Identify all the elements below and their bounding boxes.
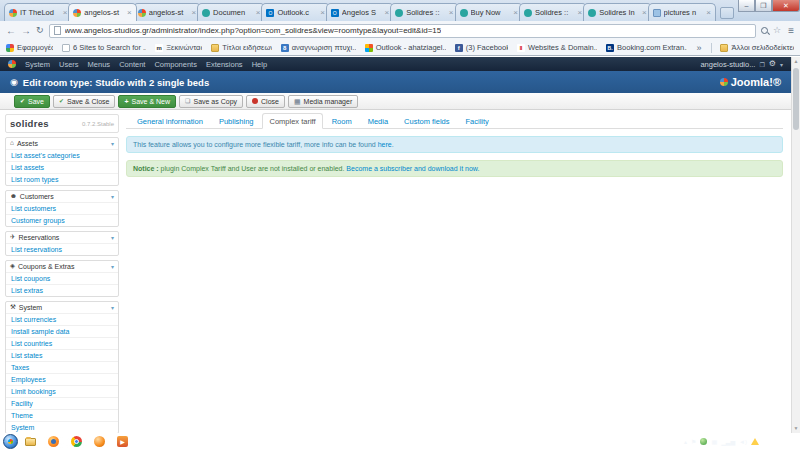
content-tab[interactable]: Room	[325, 113, 359, 129]
bookmark[interactable]: Booking.com Extran...	[606, 43, 687, 52]
bookmark[interactable]: αναγνωριση πτυχι...	[281, 43, 356, 52]
bookmark[interactable]: Εφαρμογές	[6, 43, 53, 52]
tab-close-icon[interactable]: ×	[706, 9, 711, 17]
admin-menu-item[interactable]: System	[25, 60, 50, 69]
browser-menu-icon[interactable]: ≡	[788, 26, 794, 36]
content-tab[interactable]: Custom fields	[397, 113, 456, 129]
browser-tab[interactable]: Outlook.c ×	[261, 3, 329, 21]
sidebar-link[interactable]: Theme	[6, 409, 118, 421]
content-tab[interactable]: Publishing	[212, 113, 261, 129]
admin-menu-item[interactable]: Content	[119, 60, 145, 69]
tab-close-icon[interactable]: ×	[256, 9, 261, 17]
sidebar-link[interactable]: List reservations	[6, 243, 118, 255]
language-indicator[interactable]: EN	[671, 438, 680, 445]
sidebar-link[interactable]: Facility	[6, 397, 118, 409]
content-tab[interactable]: Facility	[459, 113, 496, 129]
sidebar-link[interactable]: List countries	[6, 337, 118, 349]
admin-menu-item[interactable]: Extensions	[206, 60, 243, 69]
firefox-taskbar-button[interactable]	[43, 434, 64, 449]
browser-tab[interactable]: Documen ×	[197, 3, 265, 21]
sidebar-link[interactable]: Customer groups	[6, 214, 118, 226]
tab-close-icon[interactable]: ×	[63, 9, 68, 17]
browser-tab[interactable]: angelos-st ×	[68, 3, 136, 21]
sidebar-section-reservations[interactable]: Reservations ▾	[6, 232, 118, 243]
page-scrollbar[interactable]: ▲ ▼	[791, 57, 800, 433]
sidebar-section-assets[interactable]: Assets ▾	[6, 138, 118, 149]
content-tab[interactable]: Complex tariff	[262, 113, 322, 129]
start-button[interactable]	[3, 434, 18, 449]
reload-icon[interactable]: ↻	[36, 26, 44, 35]
calendar-icon[interactable]: ▦	[711, 439, 717, 445]
sidebar-link[interactable]: Employees	[6, 373, 118, 385]
network-icon[interactable]: ▁▃▅	[721, 439, 735, 445]
site-name-link[interactable]: angelos-studio...	[700, 60, 755, 69]
content-tab[interactable]: General information	[130, 113, 210, 129]
notice-alert-link[interactable]: Become a subscriber and download it now.	[346, 165, 479, 172]
zoom-icon[interactable]	[761, 27, 768, 34]
explorer-taskbar-button[interactable]	[20, 434, 41, 449]
sidebar-link[interactable]: List customers	[6, 202, 118, 214]
forward-icon[interactable]: →	[21, 26, 31, 36]
orange-app-taskbar-button[interactable]	[89, 434, 110, 449]
sidebar-link[interactable]: List states	[6, 349, 118, 361]
toolbar-button[interactable]: Media manager	[288, 95, 358, 108]
toolbar-button[interactable]: Save & Close	[53, 95, 115, 108]
sidebar-link[interactable]: Install sample data	[6, 325, 118, 337]
browser-tab[interactable]: Solidres :: ×	[390, 3, 458, 21]
tab-close-icon[interactable]: ×	[191, 9, 196, 17]
sidebar-link[interactable]: Limit bookings	[6, 385, 118, 397]
info-alert-link[interactable]: here	[378, 141, 392, 148]
bookmark[interactable]: Outlook - ahatziagel...	[365, 43, 446, 52]
volume-icon[interactable]: ◄)	[739, 439, 747, 445]
browser-tab[interactable]: Solidres In ×	[583, 3, 651, 21]
sidebar-link[interactable]: List room types	[6, 173, 118, 185]
toolbar-button[interactable]: Close	[246, 95, 285, 108]
maximize-button[interactable]: ❐	[755, 0, 772, 12]
admin-menu-item[interactable]: Help	[252, 60, 267, 69]
tab-close-icon[interactable]: ×	[384, 9, 389, 17]
browser-tab[interactable]: pictures n ×	[648, 3, 716, 21]
hidden-icons-icon[interactable]: ▴	[684, 439, 687, 445]
bookmarks-overflow-icon[interactable]: »	[697, 43, 702, 53]
sidebar-link[interactable]: Taxes	[6, 361, 118, 373]
admin-menu-item[interactable]: Components	[154, 60, 197, 69]
sidebar-section-system[interactable]: System ▾	[6, 302, 118, 313]
tab-close-icon[interactable]: ×	[578, 9, 583, 17]
tab-close-icon[interactable]: ×	[513, 9, 518, 17]
scroll-down-icon[interactable]: ▼	[792, 424, 800, 433]
gear-icon[interactable]: ⚙	[769, 60, 776, 68]
bookmark-star-icon[interactable]: ☆	[773, 26, 781, 35]
browser-tab[interactable]: Buy Now ×	[455, 3, 523, 21]
bookmark[interactable]: (3) Facebook	[455, 43, 508, 52]
admin-menu-item[interactable]: Users	[59, 60, 79, 69]
browser-tab[interactable]: IT TheLod ×	[4, 3, 72, 21]
other-bookmarks-button[interactable]: Άλλοι σελιδοδείκτες	[720, 43, 794, 52]
toolbar-button[interactable]: Save & New	[118, 95, 176, 108]
tab-close-icon[interactable]: ×	[449, 9, 454, 17]
content-tab[interactable]: Media	[361, 113, 395, 129]
sidebar-link[interactable]: List extras	[6, 284, 118, 296]
bookmark[interactable]: Τίτλοι ειδήσεων	[211, 43, 272, 52]
scrollbar-thumb[interactable]	[793, 68, 799, 130]
close-window-button[interactable]: ✕	[772, 0, 800, 12]
taskbar-clock[interactable]: 10:00 πμ 29/11/2014	[763, 434, 795, 449]
gdrive-icon[interactable]	[751, 438, 759, 445]
bookmark[interactable]: Ξεκινώντας	[155, 43, 202, 52]
media-player-taskbar-button[interactable]: ▶	[112, 434, 133, 449]
minimize-button[interactable]: –	[738, 0, 755, 12]
tab-close-icon[interactable]: ×	[320, 9, 325, 17]
toolbar-button[interactable]: Save as Copy	[179, 95, 243, 108]
update-globe-icon[interactable]	[700, 438, 707, 445]
chrome-taskbar-button[interactable]	[66, 434, 87, 449]
new-tab-button[interactable]	[720, 7, 734, 19]
sidebar-link[interactable]: List assets	[6, 161, 118, 173]
admin-menu-item[interactable]: Menus	[88, 60, 111, 69]
tab-close-icon[interactable]: ×	[127, 9, 132, 17]
scroll-up-icon[interactable]: ▲	[792, 57, 800, 66]
browser-tab[interactable]: angelos-st ×	[133, 3, 201, 21]
browser-tab[interactable]: Angelos S ×	[326, 3, 394, 21]
bookmark[interactable]: 6 Sites to Search for ...	[62, 43, 146, 52]
flag-icon[interactable]: ⚑	[691, 439, 696, 445]
sidebar-link[interactable]: List coupons	[6, 272, 118, 284]
sidebar-section-customers[interactable]: Customers ▾	[6, 191, 118, 202]
